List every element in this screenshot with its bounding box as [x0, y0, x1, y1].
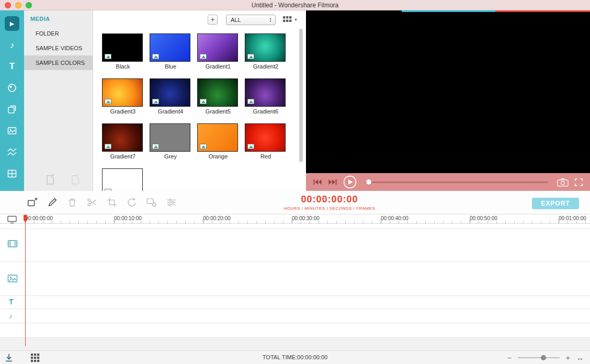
thumbnail-label: Gradient7 — [102, 153, 144, 160]
add-folder-icon[interactable] — [45, 174, 55, 186]
media-thumbnail[interactable]: Red — [245, 123, 287, 161]
thumbnail-label: Gradient3 — [102, 108, 144, 115]
thumbnail-label: Black — [102, 63, 144, 70]
media-thumbnail[interactable]: Gradient3 — [102, 78, 144, 116]
zoom-button[interactable] — [26, 2, 32, 8]
tab-filters[interactable] — [0, 81, 24, 95]
trash-icon — [66, 197, 78, 208]
tab-text[interactable]: T — [0, 60, 24, 73]
sidebar-item[interactable]: SAMPLE VIDEOS — [24, 41, 93, 55]
filmora-window: Untitled - Wondershare Filmora ▶ ♪ T — [0, 0, 590, 364]
adjust-button[interactable] — [165, 196, 178, 209]
tab-media[interactable]: ▶ — [0, 17, 24, 30]
media-filter-select[interactable]: ALL ▲▼ — [226, 15, 276, 25]
thumbnail-label: Gradient6 — [245, 108, 287, 115]
delete-button[interactable] — [66, 196, 78, 209]
zoom-out-button[interactable]: − — [507, 354, 512, 362]
track-divider — [0, 309, 590, 309]
text-track-icon[interactable]: T — [9, 298, 14, 306]
pip-track-icon[interactable] — [7, 274, 18, 283]
export-button[interactable]: EXPORT — [532, 198, 579, 209]
track-divider — [0, 229, 590, 229]
media-thumbnail[interactable]: Gradient4 — [150, 78, 191, 116]
thumbnail-preview — [102, 168, 143, 191]
thumbnail-label: Gradient5 — [197, 108, 239, 115]
library-header: + ALL ▲▼ ▼ — [93, 15, 306, 26]
seek-slider[interactable] — [366, 179, 548, 185]
media-filter-value: ALL — [231, 17, 241, 23]
media-thumbnail[interactable]: Blue — [150, 33, 191, 71]
grid-view-icon — [283, 16, 292, 23]
image-badge-icon — [152, 54, 159, 59]
sliders-icon — [166, 197, 177, 208]
add-to-timeline-button[interactable] — [26, 196, 39, 209]
settings-button[interactable] — [145, 196, 158, 209]
library-scrollbar[interactable] — [299, 29, 303, 162]
zoom-in-button[interactable]: + — [566, 354, 570, 362]
timecode-value: 00:00:00:00 — [272, 194, 387, 205]
thumbnail-preview — [150, 33, 190, 62]
video-track-icon[interactable] — [7, 240, 18, 248]
tab-elements[interactable] — [0, 124, 24, 138]
image-badge-icon — [152, 99, 159, 104]
audio-track-icon[interactable]: ♪ — [9, 312, 13, 320]
zoom-track — [518, 357, 560, 358]
playback-controls — [306, 173, 590, 191]
tab-split-screen[interactable] — [0, 167, 24, 180]
thumbnail-label: Blue — [150, 63, 191, 70]
skip-back-icon[interactable] — [313, 178, 322, 186]
overlays-icon — [7, 104, 17, 115]
tab-overlays[interactable] — [0, 103, 24, 116]
media-thumbnail[interactable]: Gradient2 — [245, 33, 287, 71]
timeline-tracks[interactable]: T ♪ — [0, 224, 590, 350]
split-button[interactable] — [86, 196, 98, 209]
skip-forward-icon[interactable] — [328, 178, 337, 186]
scissors-icon — [86, 197, 98, 208]
thumbnail-label: Gradient4 — [150, 108, 191, 115]
close-button[interactable] — [5, 2, 11, 8]
sidebar-item-label: FOLDER — [36, 30, 59, 37]
sidebar-item[interactable]: FOLDER — [24, 26, 93, 41]
track-divider — [0, 323, 590, 323]
add-media-button[interactable]: + — [208, 15, 218, 25]
image-badge-icon — [105, 99, 111, 104]
view-mode-button[interactable]: ▼ — [283, 16, 298, 23]
sidebar-item[interactable]: SAMPLE COLORS — [24, 55, 93, 70]
timeline-zoom-slider[interactable] — [518, 355, 560, 361]
playhead[interactable] — [25, 214, 26, 346]
media-thumbnail[interactable]: Gradient7 — [102, 123, 144, 161]
image-badge-icon — [200, 99, 207, 104]
track-manager-icon[interactable] — [7, 215, 17, 224]
media-thumbnail[interactable]: Gradient1 — [197, 33, 239, 71]
rotate-button[interactable] — [126, 196, 138, 209]
media-thumbnail[interactable]: Grey — [150, 123, 191, 161]
minimize-button[interactable] — [15, 2, 21, 8]
media-thumbnail[interactable] — [102, 168, 144, 191]
zoom-handle[interactable] — [541, 355, 546, 360]
media-thumbnail[interactable]: Gradient6 — [245, 78, 287, 116]
transitions-icon — [7, 147, 17, 157]
crop-button[interactable] — [106, 196, 118, 209]
timeline-ruler[interactable]: 00:00:00:0000:00:10:0000:00:20:0000:00:3… — [0, 214, 590, 224]
play-button[interactable] — [343, 175, 357, 189]
media-thumbnail[interactable]: Black — [102, 33, 144, 71]
sample-colors-grid: Black Blue Gradient1 — [102, 33, 298, 191]
snapshot-camera-icon[interactable] — [557, 178, 569, 187]
fit-timeline-icon[interactable]: ↔ — [576, 354, 584, 362]
tab-audio[interactable]: ♪ — [0, 38, 24, 52]
folder-actions — [24, 174, 93, 187]
plus-icon: + — [210, 15, 214, 24]
media-library: + ALL ▲▼ ▼ — [93, 10, 306, 191]
delete-folder-icon[interactable] — [70, 174, 81, 186]
image-badge-icon — [247, 54, 254, 59]
fullscreen-icon[interactable] — [574, 178, 583, 187]
split-screen-icon — [7, 168, 17, 179]
media-thumbnail[interactable]: Gradient5 — [197, 78, 239, 116]
tab-transitions[interactable] — [0, 145, 24, 159]
edit-button[interactable] — [46, 196, 59, 209]
seek-handle[interactable] — [366, 179, 371, 185]
edit-toolbar: 00:00:00:00 HOURS / MINUTES / SECONDS / … — [0, 191, 590, 214]
media-thumbnail[interactable]: Orange — [197, 123, 239, 161]
tracks-footer — [0, 338, 590, 350]
text-icon: T — [9, 62, 15, 71]
